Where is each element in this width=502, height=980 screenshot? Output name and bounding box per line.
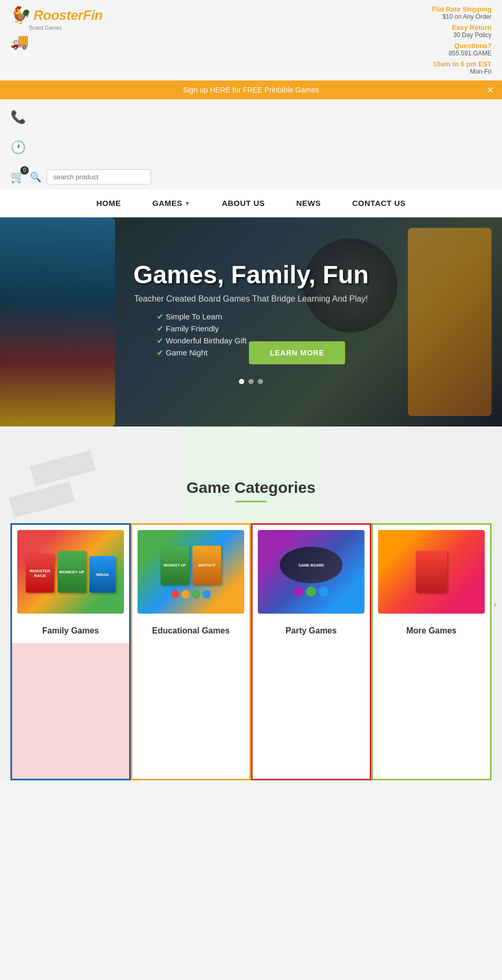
clock-icon: 🕐 [10,140,26,155]
promo-banner: Sign up HERE for FREE Printable Games ✕ [0,80,502,99]
family-games-image: ROOSTER RACE MONKEY UP NINJA [17,530,124,614]
hero-dots [133,379,369,384]
truck-icon: 🚚 [10,33,102,50]
family-games-label: Family Games [12,619,129,643]
family-games-image-area: ROOSTER RACE MONKEY UP NINJA [12,525,129,619]
checklist-item-4: Game Night [157,348,247,358]
main-navigation: HOME GAMES ▼ ABOUT US NEWS CONTACT US [0,189,502,217]
games-dropdown-arrow: ▼ [185,200,190,206]
educational-games-label: Educational Games [132,619,249,643]
family-card-extra [12,643,129,779]
shipping-info: Flat Rate Shipping $10 on Any Order [432,5,492,20]
party-games-image-area: GAME BOARD [253,525,370,619]
learn-more-button[interactable]: LEARN MORE [249,341,345,364]
hero-checklist: Simple To Learn Family Friendly Wonderfu… [157,312,247,360]
left-icons: 📞 🕐 [10,99,26,165]
brand-name: RoosterFin [33,7,102,24]
party-games-label: Party Games [253,619,370,643]
fourth-games-image [378,530,485,614]
fourth-games-image-area [373,525,490,619]
categories-row: ROOSTER RACE MONKEY UP NINJA Family Game… [10,523,492,780]
search-icon[interactable]: 🔍 [30,171,41,183]
hero-title: Games, Family, Fun [133,260,369,289]
return-info: Easy Return 30 Day Policy [452,24,492,39]
category-card-party[interactable]: GAME BOARD Party Games [251,523,371,780]
phone-row: 📞 [10,110,26,124]
categories-title: Game Categories [10,479,492,497]
contact-info-section: 📞 🕐 [0,99,502,165]
promo-text: Sign up HERE for FREE Printable Games [183,86,319,94]
hours-info: 10am to 6 pm EST Mon-Fri [433,60,492,75]
phone-icon: 📞 [10,110,26,124]
questions-info: Questions? 855.591.GAME [449,42,492,57]
checklist-item-1: Simple To Learn [157,312,247,321]
category-card-family[interactable]: ROOSTER RACE MONKEY UP NINJA Family Game… [10,523,131,780]
cart-badge: 0 [20,166,29,175]
nav-contact[interactable]: CONTACT US [352,199,406,207]
rooster-icon: 🐓 [10,5,31,25]
hero-dot-3[interactable] [258,379,263,384]
educational-games-image: MONKEY UP MATCH IT [138,530,244,614]
scroll-right-arrow[interactable]: › [493,597,497,609]
cart-container[interactable]: 🛒 0 [10,170,25,184]
clock-row: 🕐 [10,140,26,155]
close-promo-button[interactable]: ✕ [487,85,494,95]
fourth-games-label: More Games [373,619,490,643]
hero-dot-2[interactable] [248,379,254,384]
categories-divider [235,501,267,502]
nav-about[interactable]: ABOUT US [222,199,265,207]
categories-header: Game Categories [10,447,492,502]
category-card-educational[interactable]: MONKEY UP MATCH IT Educational Games [131,523,251,780]
educational-games-image-area: MONKEY UP MATCH IT [132,525,249,619]
categories-section: Game Categories ROOSTER RACE MONKEY UP N… [0,426,502,780]
search-input[interactable] [47,169,151,185]
nav-news[interactable]: NEWS [296,199,321,207]
top-info-panel: Flat Rate Shipping $10 on Any Order Easy… [432,5,492,75]
checklist-item-2: Family Friendly [157,324,247,333]
party-games-image: GAME BOARD [258,530,364,614]
brand-tagline: Board Games [29,25,102,31]
hero-content: Games, Family, Fun Teacher Created Board… [123,250,379,395]
hero-section: Games, Family, Fun Teacher Created Board… [0,217,502,426]
checklist-item-3: Wonderful Birthday Gift [157,336,247,345]
nav-games[interactable]: GAMES ▼ [152,199,190,207]
hero-dot-1[interactable] [239,379,244,384]
search-row: 🛒 0 🔍 [0,165,502,189]
nav-home[interactable]: HOME [96,199,121,207]
hero-banner: Games, Family, Fun Teacher Created Board… [0,217,502,426]
logo: 🐓 RoosterFin Board Games 🚚 [10,5,102,50]
category-card-fourth[interactable]: More Games [371,523,492,780]
hero-subtitle: Teacher Created Board Games That Bridge … [133,294,369,304]
